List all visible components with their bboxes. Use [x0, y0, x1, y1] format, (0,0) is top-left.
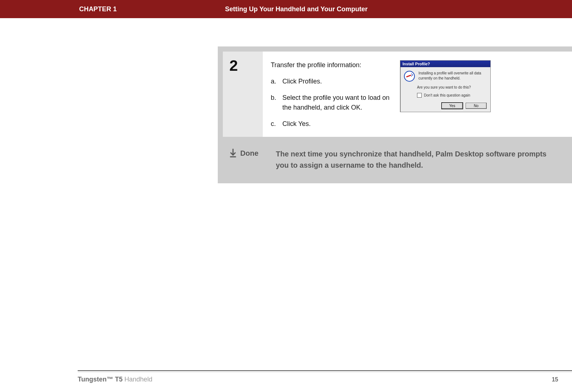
step-body: Transfer the profile information: a. Cli… [263, 52, 572, 137]
step-row: 2 Transfer the profile information: a. C… [223, 52, 572, 137]
substep-letter: b. [271, 93, 279, 113]
done-text: The next time you synchronize that handh… [276, 148, 564, 171]
no-button[interactable]: No [466, 103, 487, 109]
alert-icon [404, 71, 415, 82]
step-intro: Transfer the profile information: [271, 60, 391, 70]
chapter-label: CHAPTER 1 [79, 5, 117, 13]
dialog-message-row: Installing a profile will overwrite all … [404, 71, 487, 82]
dont-ask-label: Don't ask this question again [424, 93, 470, 97]
done-arrow-icon [229, 148, 237, 158]
step-text: Transfer the profile information: a. Cli… [271, 60, 391, 129]
substep-letter: a. [271, 77, 279, 86]
substep: b. Select the profile you want to load o… [271, 93, 391, 113]
yes-button[interactable]: Yes [442, 103, 463, 109]
substep-letter: c. [271, 119, 279, 129]
footer-rule-thin [78, 372, 572, 372]
page: CHAPTER 1 Setting Up Your Handheld and Y… [0, 0, 572, 392]
dialog-message: Installing a profile will overwrite all … [418, 71, 487, 81]
chapter-header-bar: CHAPTER 1 Setting Up Your Handheld and Y… [0, 0, 572, 18]
done-label: Done [240, 149, 258, 158]
product-name-bold: Tungsten™ T5 [78, 376, 123, 383]
install-profile-dialog: Install Profile? Installing a profile wi… [400, 60, 491, 112]
dont-ask-checkbox[interactable] [417, 93, 422, 98]
footer-rule [78, 370, 572, 371]
substep-text: Select the profile you want to load on t… [282, 93, 391, 113]
step-number-cell: 2 [223, 52, 263, 137]
dialog-titlebar: Install Profile? [400, 61, 490, 67]
dialog-checkbox-row: Don't ask this question again [417, 93, 487, 98]
footer-line: Tungsten™ T5 Handheld 15 [78, 376, 572, 383]
done-left: Done [229, 148, 269, 158]
dialog-buttons: Yes No [404, 103, 487, 109]
substep: a. Click Profiles. [271, 77, 391, 86]
product-name: Tungsten™ T5 Handheld [78, 376, 152, 383]
product-name-rest: Handheld [123, 376, 152, 383]
dialog-body: Installing a profile will overwrite all … [400, 67, 490, 112]
dialog-question: Are you sure you want to do this? [417, 85, 487, 89]
done-row: Done The next time you synchronize that … [223, 142, 572, 178]
page-footer: Tungsten™ T5 Handheld 15 [78, 370, 572, 383]
instruction-block: 2 Transfer the profile information: a. C… [218, 46, 572, 183]
page-number: 15 [552, 376, 558, 383]
substep-text: Click Profiles. [282, 77, 322, 86]
chapter-title: Setting Up Your Handheld and Your Comput… [225, 5, 368, 13]
step-number: 2 [229, 58, 238, 73]
substep-text: Click Yes. [282, 119, 311, 129]
substeps-list: a. Click Profiles. b. Select the profile… [271, 77, 391, 129]
substep: c. Click Yes. [271, 119, 391, 129]
